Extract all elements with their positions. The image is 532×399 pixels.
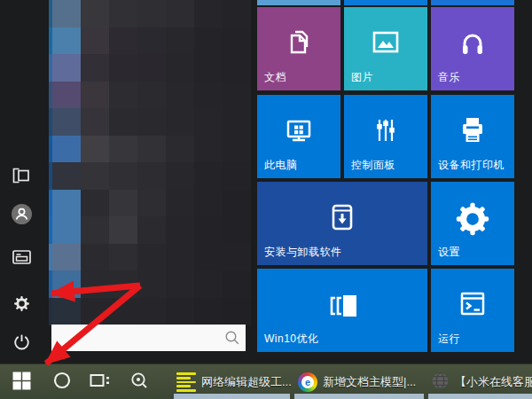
power-button[interactable] — [0, 322, 43, 361]
mosaic-cell — [81, 27, 109, 55]
mosaic-cell — [223, 270, 251, 298]
mosaic-cell — [194, 136, 223, 163]
mosaic-cell — [166, 244, 194, 271]
mosaic-cell — [137, 82, 166, 109]
mosaic-cell — [137, 108, 166, 136]
mosaic-cell — [166, 216, 194, 244]
tile-label: 设备和打印机 — [438, 158, 505, 173]
tile-this-pc[interactable]: 此电脑 — [257, 95, 340, 178]
mosaic-cell — [109, 216, 137, 244]
tile-label: Win10优化 — [264, 332, 319, 347]
mosaic-cell — [166, 108, 194, 136]
mosaic-cell — [166, 190, 194, 217]
mosaic-cell — [81, 162, 109, 190]
mosaic-cell — [223, 244, 251, 271]
tile-label: 文档 — [264, 70, 286, 85]
browser-e-icon: e — [298, 372, 317, 392]
mosaic-cell — [194, 162, 223, 190]
start-button[interactable] — [4, 364, 39, 399]
mosaic-cell — [194, 298, 223, 325]
mosaic-cell — [194, 270, 223, 298]
mosaic-cell — [223, 190, 251, 217]
mosaic-cell — [137, 54, 166, 82]
tile-label: 图片 — [351, 70, 373, 85]
magnifier-button[interactable] — [123, 364, 155, 399]
start-menu-panel: 文档图片音乐此电脑控制面板设备和打印机安装与卸载软件设置Win10优化运行 — [0, 0, 532, 364]
tile-music[interactable]: 音乐 — [431, 7, 514, 90]
taskbar-active-underline — [174, 394, 290, 399]
mosaic-cell — [52, 54, 81, 82]
globe-icon — [431, 372, 450, 394]
user-account-button[interactable] — [0, 194, 43, 233]
mosaic-cell — [137, 298, 166, 325]
tile-label: 运行 — [438, 332, 460, 347]
tile-label: 此电脑 — [264, 158, 298, 173]
tile-partial-top[interactable] — [431, 0, 514, 5]
task-view-icon — [90, 372, 110, 392]
tile-install-uninstall[interactable]: 安装与卸载软件 — [257, 182, 427, 265]
document-icon — [257, 25, 340, 60]
cortana-button[interactable] — [46, 364, 78, 399]
start-search-input[interactable] — [51, 325, 246, 351]
mosaic-cell — [52, 108, 81, 136]
tile-label: 设置 — [438, 245, 460, 260]
mosaic-cell — [81, 190, 109, 217]
yellow-list-icon — [176, 372, 196, 392]
mosaic-cell — [52, 82, 81, 109]
tile-label: 音乐 — [438, 70, 460, 85]
tile-run[interactable]: 运行 — [431, 269, 514, 352]
mosaic-cell — [52, 190, 81, 217]
mosaic-cell — [223, 82, 251, 109]
mosaic-cell — [194, 82, 223, 109]
mosaic-cell — [166, 54, 194, 82]
tile-pictures[interactable]: 图片 — [344, 7, 427, 90]
tile-devices-printers[interactable]: 设备和打印机 — [431, 95, 514, 178]
mosaic-cell — [52, 244, 81, 271]
windows-logo-icon — [12, 372, 31, 394]
file-explorer-button[interactable] — [0, 238, 43, 277]
bracket-app-icon — [257, 286, 427, 325]
mosaic-cell — [81, 270, 109, 298]
tile-partial-top[interactable] — [344, 0, 427, 5]
mosaic-cell — [52, 298, 81, 325]
headphones-icon — [431, 25, 514, 60]
task-view-button[interactable] — [83, 364, 115, 399]
mosaic-cell — [137, 136, 166, 163]
mosaic-cell — [52, 270, 81, 298]
gear-icon — [431, 200, 514, 239]
taskbar-active-underline — [428, 394, 532, 399]
mosaic-cell — [137, 216, 166, 244]
mosaic-cell — [223, 298, 251, 325]
mosaic-cell — [81, 244, 109, 271]
mosaic-cell — [223, 162, 251, 190]
mosaic-cell — [52, 216, 81, 244]
mosaic-cell — [194, 244, 223, 271]
mosaic-cell — [137, 162, 166, 190]
mosaic-cell — [137, 270, 166, 298]
taskbar-active-underline — [294, 394, 424, 399]
mosaic-cell — [194, 216, 223, 244]
mosaic-cell — [166, 27, 194, 55]
start-search-box — [51, 325, 246, 351]
expand-menu-button[interactable] — [0, 156, 43, 195]
mosaic-cell — [109, 298, 137, 325]
mosaic-cell — [223, 136, 251, 163]
mosaic-cell — [81, 54, 109, 82]
file-explorer-icon — [12, 249, 31, 265]
printer-icon — [431, 113, 514, 148]
computer-icon — [257, 113, 340, 148]
tile-control-panel[interactable]: 控制面板 — [344, 95, 427, 178]
tile-documents[interactable]: 文档 — [257, 7, 340, 90]
mosaic-cell — [223, 108, 251, 136]
mosaic-cell — [81, 136, 109, 163]
tile-partial-top[interactable] — [257, 0, 340, 5]
search-icon — [224, 330, 240, 349]
tile-settings[interactable]: 设置 — [431, 182, 514, 265]
mosaic-cell — [137, 190, 166, 217]
mosaic-cell — [109, 54, 137, 82]
mosaic-cell — [81, 298, 109, 325]
tile-win10-optimize[interactable]: Win10优化 — [257, 269, 427, 352]
mosaic-cell — [194, 0, 223, 27]
taskbar-app-label: 网络编辑超级工... — [201, 374, 292, 390]
settings-button[interactable] — [0, 284, 43, 323]
